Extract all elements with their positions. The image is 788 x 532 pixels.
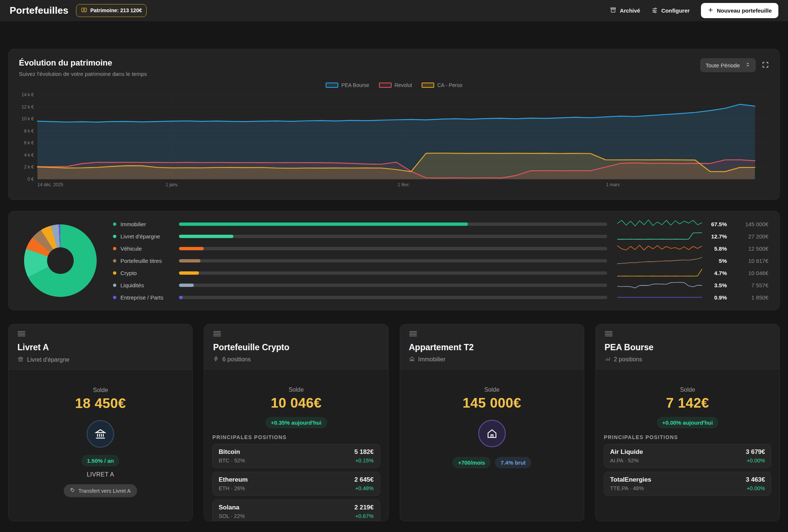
position-row-solana: Solana SOL · 22% 2 219€ +0.67% [212, 499, 380, 521]
evolution-chart: 14 k €12 k €10 k €8 k €6 k €4 k €2 k €0 … [19, 92, 769, 189]
transfer-button-label: Transfert vers Livret A [78, 488, 130, 494]
position-change: +0.15% [355, 458, 374, 464]
category-dot [113, 259, 116, 262]
patrimoine-badge-label: Patrimoine: 213 120€ [90, 7, 142, 13]
card-header: Portefeuille Crypto 6 positions [204, 324, 388, 369]
rate-badge: 1.50% / an [82, 455, 120, 466]
card-body: Solde 18 450€ 1.50% / an LIVRET A [9, 370, 192, 497]
daily-change-badge: +0.35% aujourd'hui [265, 417, 327, 428]
sparkline [616, 231, 703, 241]
allocation-bar [179, 271, 607, 275]
svg-text:6 k €: 6 k € [24, 140, 34, 145]
card-livret-a[interactable]: Livret A Livret d'épargne [8, 324, 193, 521]
position-name: Bitcoin [219, 448, 245, 456]
card-subtitle: Immobilier [409, 356, 575, 363]
card-header: Appartement T2 Immobilier [400, 324, 584, 369]
drag-handle-icon[interactable] [605, 331, 613, 337]
category-value: 7 557€ [727, 282, 768, 288]
category-label: Immobilier [120, 221, 179, 227]
allocation-row-titres: Portefeuille titres 5% 10 817€ [113, 257, 768, 265]
property-badges: +700/mois 7.4% brut [408, 457, 576, 468]
portfolio-dashboard: Portefeuilles Patrimoine: 213 120€ [0, 0, 788, 532]
drag-handle-icon[interactable] [409, 331, 417, 337]
card-header: PEA Bourse 2 positions [596, 324, 779, 369]
tag-icon [70, 488, 75, 494]
svg-text:10 k €: 10 k € [21, 116, 34, 121]
solde-amount: 10 046€ [212, 395, 380, 411]
chart-legend: PEA Bourse Revolut CA - Perso [19, 82, 769, 88]
lightning-icon [213, 356, 219, 363]
category-percent: 67.5% [703, 221, 727, 227]
allocation-bar [179, 222, 607, 226]
evolution-chart-area: 14 k €12 k €10 k €8 k €6 k €4 k €2 k €0 … [19, 92, 769, 190]
configure-button[interactable]: Configurer [651, 7, 690, 14]
svg-text:8 k €: 8 k € [24, 128, 34, 134]
position-meta: AI.PA · 52% [610, 458, 643, 464]
svg-text:1 mars: 1 mars [606, 182, 620, 187]
card-subtitle: 6 positions [213, 356, 379, 363]
category-percent: 4.7% [703, 270, 727, 276]
patrimoine-badge: Patrimoine: 213 120€ [76, 4, 147, 17]
home-icon [409, 356, 415, 363]
position-name: Solana [219, 504, 245, 511]
card-subtitle-label: 6 positions [222, 356, 251, 363]
legend-item-pea-bourse[interactable]: PEA Bourse [326, 82, 369, 88]
card-appartement-t2[interactable]: Appartement T2 Immobilier Solde 145 000€ [400, 324, 584, 521]
solde-label: Solde [17, 387, 184, 394]
archive-button[interactable]: Archivé [610, 7, 640, 14]
positions-section-title: PRINCIPALES POSITIONS [212, 434, 380, 440]
category-dot [113, 284, 116, 287]
sparkline [616, 219, 703, 229]
category-percent: 0.9% [703, 294, 727, 301]
solde-amount: 7 142€ [604, 395, 771, 411]
category-percent: 3.5% [703, 282, 727, 288]
card-body: Solde 145 000€ +700/mois 7.4% brut [400, 369, 584, 468]
category-label: Crypto [120, 270, 179, 276]
legend-item-ca-perso[interactable]: CA - Perso [422, 82, 462, 88]
period-select[interactable]: Toute Période [700, 58, 756, 72]
sliders-icon [651, 7, 658, 14]
position-meta: BTC · 52% [219, 458, 245, 464]
allocation-bar [179, 284, 607, 287]
allocation-row-entreprise: Entreprise / Parts 0.9% 1 850€ [113, 293, 768, 301]
card-body: Solde 7 142€ +0.00% aujourd'hui PRINCIPA… [596, 369, 779, 496]
allocation-donut-wrap [24, 224, 97, 297]
evolution-panel: Évolution du patrimoine Suivez l'évoluti… [8, 49, 780, 200]
transfer-button[interactable]: Transfert vers Livret A [64, 484, 137, 497]
allocation-rows: Immobilier 67.5% 145 000€ Livret d'éparg… [113, 220, 768, 301]
position-meta: SOL · 22% [219, 513, 245, 519]
category-value: 145 000€ [727, 221, 768, 227]
donut-hole [47, 247, 74, 274]
solde-amount: 145 000€ [408, 395, 576, 411]
allocation-row-crypto: Crypto 4.7% 10 046€ [113, 269, 768, 277]
legend-swatch-ca [422, 83, 434, 88]
card-pea-bourse[interactable]: PEA Bourse 2 positions Solde 7 142€ [595, 324, 780, 521]
drag-handle-icon[interactable] [213, 331, 221, 337]
card-portefeuille-crypto[interactable]: Portefeuille Crypto 6 positions Solde 10… [204, 324, 388, 521]
card-title: Livret A [17, 342, 183, 352]
allocation-bar [179, 259, 607, 262]
card-subtitle-label: 2 positions [614, 356, 642, 363]
position-row-bitcoin: Bitcoin BTC · 52% 5 182€ +0.15% [212, 444, 380, 468]
portfolio-cards: Livret A Livret d'épargne [8, 324, 780, 521]
evolution-panel-header: Évolution du patrimoine Suivez l'évoluti… [19, 58, 769, 77]
home-circle-icon [478, 420, 506, 447]
sparkline [616, 243, 703, 254]
svg-text:1 févr.: 1 févr. [398, 182, 410, 187]
rent-badge: +700/mois [452, 457, 491, 468]
evolution-title: Évolution du patrimoine [19, 58, 147, 68]
expand-chart-button[interactable] [762, 61, 769, 70]
position-row-totalenergies: TotalEnergies TTE.PA · 48% 3 463€ +0.00% [604, 472, 771, 496]
category-label: Véhicule [120, 245, 179, 252]
category-percent: 12.7% [703, 233, 727, 240]
evolution-titles: Évolution du patrimoine Suivez l'évoluti… [19, 58, 147, 77]
new-portfolio-label: Nouveau portefeuille [717, 7, 772, 14]
card-subtitle-label: Livret d'épargne [27, 357, 69, 363]
category-dot [113, 271, 116, 275]
position-change: +0.00% [746, 458, 765, 464]
legend-item-revolut[interactable]: Revolut [379, 82, 412, 88]
drag-handle-icon[interactable] [17, 331, 26, 337]
category-percent: 5.8% [703, 245, 727, 252]
position-value: 2 219€ [355, 504, 374, 511]
new-portfolio-button[interactable]: Nouveau portefeuille [701, 3, 778, 18]
